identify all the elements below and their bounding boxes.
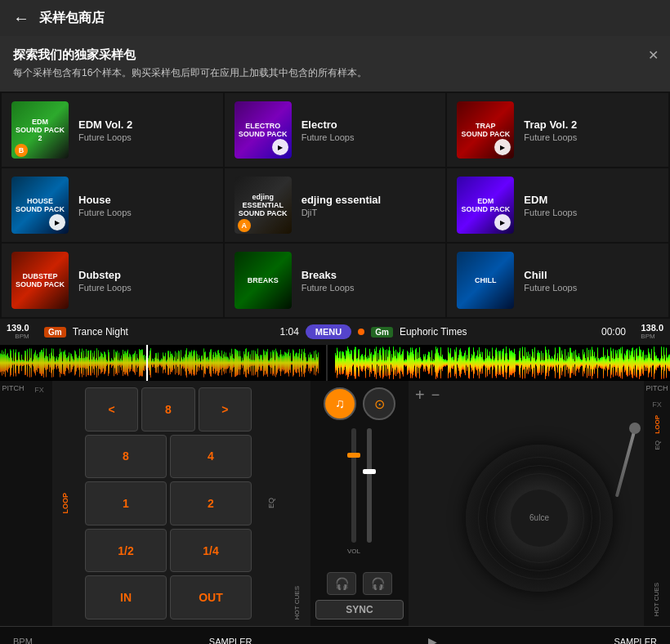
bottom-tab-sampler-left[interactable]: SAMPLER	[209, 637, 252, 645]
loop-row-3: 1/21/4	[85, 529, 252, 573]
pack-brand-chill: Future Loops	[524, 283, 659, 293]
bpm-left: 139.0	[7, 324, 38, 333]
loop-label-right: LOOP	[654, 415, 661, 434]
fx-label-right: FX	[652, 400, 662, 409]
add-button[interactable]: +	[415, 386, 425, 405]
headphone-icon: ⊙	[374, 396, 385, 412]
pack-brand-breaks: Future Loops	[302, 283, 436, 293]
pack-info-chill: ChillFuture Loops	[524, 269, 659, 293]
deck-area: PITCH FX LOOP <8>84121/21/4INOUT EQ HOT …	[0, 381, 670, 626]
sync-button[interactable]: SYNC	[315, 600, 404, 619]
white-fader-track[interactable]	[367, 428, 372, 543]
back-button[interactable]: ←	[13, 9, 29, 28]
pack-info-dubstep: DubstepFuture Loops	[78, 269, 213, 293]
pack-name-breaks: Breaks	[302, 269, 436, 281]
white-fader-col	[367, 428, 372, 543]
transport-bar: 139.0 BPM Gm Trance Night 1:04 MENU Gm E…	[0, 319, 670, 345]
minus-button[interactable]: −	[431, 387, 440, 404]
right-deck: + − 6ulce PITCH F	[409, 381, 670, 626]
pack-item-chill[interactable]: CHILLChillFuture Loops	[447, 244, 668, 317]
orange-fader-track[interactable]	[351, 428, 356, 543]
pack-item-dubstep[interactable]: DUBSTEP SOUND PACKDubstepFuture Loops	[2, 244, 223, 317]
pack-brand-trap-vol2: Future Loops	[524, 132, 659, 142]
pack-name-trap-vol2: Trap Vol. 2	[524, 119, 659, 131]
white-fader-thumb[interactable]	[363, 469, 376, 474]
banner-subtitle: 每个采样包含有16个样本。购买采样包后即可在应用上加载其中包含的所有样本。	[13, 66, 657, 80]
pack-name-dubstep: Dubstep	[78, 269, 213, 281]
orange-fader-thumb[interactable]	[347, 453, 360, 458]
pack-name-edm-vol2: EDM Vol. 2	[78, 119, 213, 131]
loop-btn-1-2[interactable]: 1/2	[85, 529, 167, 573]
bottom-bar: BPM SAMPLER ▶ SAMPLER	[0, 626, 670, 644]
headphone-btns: 🎧 🎧	[327, 572, 392, 595]
loop-btn-4[interactable]: 4	[170, 435, 252, 479]
bottom-arrow-icon: ▶	[428, 635, 437, 645]
loop-btn-1[interactable]: 1	[85, 481, 167, 525]
pack-brand-house: Future Loops	[78, 208, 213, 217]
pack-info-breaks: BreaksFuture Loops	[302, 269, 436, 293]
headphone-btn-right[interactable]: 🎧	[363, 572, 392, 595]
loop-row-1: 84	[85, 435, 252, 479]
pack-brand-dubstep: Future Loops	[78, 283, 213, 293]
bpm-right: 138.0	[632, 324, 663, 333]
hot-cues-label-right: HOT CUES	[654, 583, 661, 616]
loop-side-label: LOOP	[61, 493, 69, 514]
loop-btn-8[interactable]: 8	[85, 435, 167, 479]
pack-name-chill: Chill	[524, 269, 659, 281]
pack-item-house[interactable]: HOUSE SOUND PACK▶HouseFuture Loops	[2, 168, 223, 242]
pack-info-edjing: edjing essentialDjiT	[302, 194, 436, 217]
music-icon-btn[interactable]: ♫	[324, 387, 356, 420]
headphone-btn-left[interactable]: 🎧	[327, 572, 356, 595]
pack-item-electro[interactable]: ELECTRO SOUND PACK▶ElectroFuture Loops	[225, 93, 446, 167]
pack-thumb-dubstep: DUBSTEP SOUND PACK	[11, 252, 69, 309]
pack-thumb-breaks: BREAKS	[234, 252, 292, 309]
time-right: 00:00	[596, 326, 626, 338]
pack-item-trap-vol2[interactable]: TRAP SOUND PACK▶Trap Vol. 2Future Loops	[447, 93, 668, 167]
pack-info-trap-vol2: Trap Vol. 2Future Loops	[524, 119, 659, 142]
pack-play-electro[interactable]: ▶	[272, 139, 288, 155]
loop-btn->[interactable]: >	[199, 387, 252, 432]
pack-item-breaks[interactable]: BREAKSBreaksFuture Loops	[225, 244, 446, 317]
waveform-area	[0, 345, 670, 381]
headphone-icon-btn[interactable]: ⊙	[363, 387, 395, 420]
pack-brand-edm-vol2: Future Loops	[78, 132, 213, 142]
loop-btn-2[interactable]: 2	[170, 481, 252, 525]
turntable[interactable]: 6ulce	[466, 445, 613, 592]
tonearm-pivot	[629, 423, 641, 434]
loop-grid: <8>84121/21/4INOUT	[78, 381, 258, 626]
page-title: 采样包商店	[39, 10, 105, 27]
pack-play-house[interactable]: ▶	[49, 214, 65, 230]
banner-close-button[interactable]: ✕	[648, 47, 659, 63]
pack-item-edjing[interactable]: edjing ESSENTIAL SOUND PACKAedjing essen…	[225, 168, 446, 242]
banner-title: 探索我们的独家采样包	[13, 47, 657, 63]
pack-brand-electro: Future Loops	[302, 132, 436, 142]
pack-item-edm-vol2[interactable]: EDM SOUND PACK 2BEDM Vol. 2Future Loops	[2, 93, 223, 167]
pack-info-edm-vol2: EDM Vol. 2Future Loops	[78, 119, 213, 142]
turntable-label: 6ulce	[511, 490, 568, 547]
loop-btn-IN[interactable]: IN	[85, 575, 167, 619]
loop-btn-1-4[interactable]: 1/4	[170, 529, 252, 573]
bottom-tab-bpm[interactable]: BPM	[13, 637, 33, 645]
loop-btn-OUT[interactable]: OUT	[170, 575, 252, 619]
pack-name-house: House	[78, 194, 213, 206]
bottom-tab-sampler-right[interactable]: SAMPLER	[614, 637, 657, 645]
time-left: 1:04	[270, 326, 299, 338]
loop-btn-8[interactable]: 8	[141, 387, 194, 432]
pack-thumb-chill: CHILL	[457, 252, 514, 309]
pack-name-edjing: edjing essential	[302, 194, 436, 206]
loop-btn-<[interactable]: <	[85, 387, 138, 432]
menu-button[interactable]: MENU	[306, 324, 351, 339]
left-sidebar: PITCH	[0, 381, 26, 626]
eq-label-right: EQ	[654, 441, 661, 450]
top-bar: ← 采样包商店	[0, 0, 670, 36]
pack-name-edm: EDM	[524, 194, 659, 206]
headphone-left-icon: 🎧	[335, 577, 349, 590]
center-icons: ♫ ⊙	[324, 387, 395, 420]
pack-info-house: HouseFuture Loops	[78, 194, 213, 217]
pack-grid: EDM SOUND PACK 2BEDM Vol. 2Future LoopsE…	[0, 92, 670, 319]
pack-brand-edjing: DjiT	[302, 208, 436, 217]
orange-fader-col: VOL	[347, 428, 360, 555]
fx-label-left: FX	[34, 386, 44, 394]
center-panel: ♫ ⊙ VOL	[310, 381, 409, 626]
pack-item-edm[interactable]: EDM SOUND PACK▶EDMFuture Loops	[447, 168, 668, 242]
